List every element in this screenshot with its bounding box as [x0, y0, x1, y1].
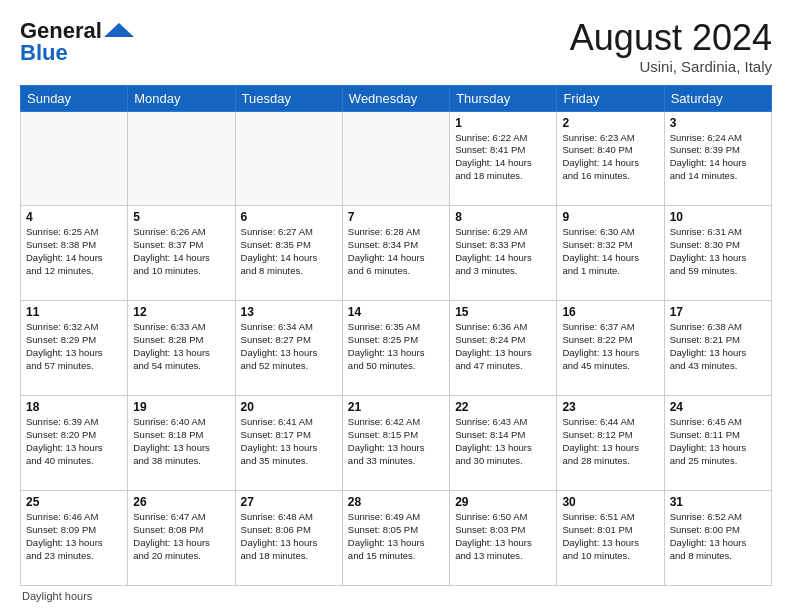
calendar-cell: 14Sunrise: 6:35 AM Sunset: 8:25 PM Dayli…	[342, 301, 449, 396]
month-year: August 2024	[570, 18, 772, 58]
calendar-cell: 24Sunrise: 6:45 AM Sunset: 8:11 PM Dayli…	[664, 396, 771, 491]
cell-sunrise-info: Sunrise: 6:22 AM Sunset: 8:41 PM Dayligh…	[455, 132, 551, 183]
calendar-cell: 22Sunrise: 6:43 AM Sunset: 8:14 PM Dayli…	[450, 396, 557, 491]
day-number: 4	[26, 210, 122, 224]
cell-sunrise-info: Sunrise: 6:32 AM Sunset: 8:29 PM Dayligh…	[26, 321, 122, 372]
calendar-cell: 10Sunrise: 6:31 AM Sunset: 8:30 PM Dayli…	[664, 206, 771, 301]
day-number: 25	[26, 495, 122, 509]
day-number: 19	[133, 400, 229, 414]
cell-sunrise-info: Sunrise: 6:28 AM Sunset: 8:34 PM Dayligh…	[348, 226, 444, 277]
cell-sunrise-info: Sunrise: 6:46 AM Sunset: 8:09 PM Dayligh…	[26, 511, 122, 562]
day-number: 9	[562, 210, 658, 224]
cell-sunrise-info: Sunrise: 6:23 AM Sunset: 8:40 PM Dayligh…	[562, 132, 658, 183]
cell-sunrise-info: Sunrise: 6:33 AM Sunset: 8:28 PM Dayligh…	[133, 321, 229, 372]
calendar-cell: 23Sunrise: 6:44 AM Sunset: 8:12 PM Dayli…	[557, 396, 664, 491]
calendar-cell: 27Sunrise: 6:48 AM Sunset: 8:06 PM Dayli…	[235, 491, 342, 586]
cell-sunrise-info: Sunrise: 6:24 AM Sunset: 8:39 PM Dayligh…	[670, 132, 766, 183]
cell-sunrise-info: Sunrise: 6:27 AM Sunset: 8:35 PM Dayligh…	[241, 226, 337, 277]
calendar-week-row: 11Sunrise: 6:32 AM Sunset: 8:29 PM Dayli…	[21, 301, 772, 396]
logo-icon	[104, 23, 134, 37]
day-number: 14	[348, 305, 444, 319]
day-number: 26	[133, 495, 229, 509]
calendar-cell: 16Sunrise: 6:37 AM Sunset: 8:22 PM Dayli…	[557, 301, 664, 396]
day-number: 17	[670, 305, 766, 319]
day-number: 23	[562, 400, 658, 414]
cell-sunrise-info: Sunrise: 6:39 AM Sunset: 8:20 PM Dayligh…	[26, 416, 122, 467]
title-block: August 2024 Usini, Sardinia, Italy	[570, 18, 772, 75]
calendar-day-header: Tuesday	[235, 85, 342, 111]
calendar-cell: 17Sunrise: 6:38 AM Sunset: 8:21 PM Dayli…	[664, 301, 771, 396]
cell-sunrise-info: Sunrise: 6:49 AM Sunset: 8:05 PM Dayligh…	[348, 511, 444, 562]
calendar-cell: 21Sunrise: 6:42 AM Sunset: 8:15 PM Dayli…	[342, 396, 449, 491]
cell-sunrise-info: Sunrise: 6:38 AM Sunset: 8:21 PM Dayligh…	[670, 321, 766, 372]
cell-sunrise-info: Sunrise: 6:35 AM Sunset: 8:25 PM Dayligh…	[348, 321, 444, 372]
calendar-cell: 26Sunrise: 6:47 AM Sunset: 8:08 PM Dayli…	[128, 491, 235, 586]
calendar-week-row: 4Sunrise: 6:25 AM Sunset: 8:38 PM Daylig…	[21, 206, 772, 301]
day-number: 15	[455, 305, 551, 319]
svg-marker-0	[104, 23, 134, 37]
cell-sunrise-info: Sunrise: 6:30 AM Sunset: 8:32 PM Dayligh…	[562, 226, 658, 277]
calendar-day-header: Friday	[557, 85, 664, 111]
day-number: 7	[348, 210, 444, 224]
logo-blue: Blue	[20, 40, 68, 66]
day-number: 30	[562, 495, 658, 509]
day-number: 12	[133, 305, 229, 319]
calendar-cell: 30Sunrise: 6:51 AM Sunset: 8:01 PM Dayli…	[557, 491, 664, 586]
cell-sunrise-info: Sunrise: 6:47 AM Sunset: 8:08 PM Dayligh…	[133, 511, 229, 562]
day-number: 6	[241, 210, 337, 224]
cell-sunrise-info: Sunrise: 6:34 AM Sunset: 8:27 PM Dayligh…	[241, 321, 337, 372]
day-number: 20	[241, 400, 337, 414]
calendar-day-header: Wednesday	[342, 85, 449, 111]
calendar-day-header: Monday	[128, 85, 235, 111]
day-number: 5	[133, 210, 229, 224]
day-number: 29	[455, 495, 551, 509]
cell-sunrise-info: Sunrise: 6:45 AM Sunset: 8:11 PM Dayligh…	[670, 416, 766, 467]
calendar-cell: 7Sunrise: 6:28 AM Sunset: 8:34 PM Daylig…	[342, 206, 449, 301]
cell-sunrise-info: Sunrise: 6:48 AM Sunset: 8:06 PM Dayligh…	[241, 511, 337, 562]
day-number: 27	[241, 495, 337, 509]
header: General Blue August 2024 Usini, Sardinia…	[20, 18, 772, 75]
calendar-cell: 15Sunrise: 6:36 AM Sunset: 8:24 PM Dayli…	[450, 301, 557, 396]
cell-sunrise-info: Sunrise: 6:37 AM Sunset: 8:22 PM Dayligh…	[562, 321, 658, 372]
calendar-cell: 11Sunrise: 6:32 AM Sunset: 8:29 PM Dayli…	[21, 301, 128, 396]
calendar-cell: 4Sunrise: 6:25 AM Sunset: 8:38 PM Daylig…	[21, 206, 128, 301]
footer-note: Daylight hours	[20, 590, 772, 602]
day-number: 21	[348, 400, 444, 414]
day-number: 13	[241, 305, 337, 319]
calendar-cell: 20Sunrise: 6:41 AM Sunset: 8:17 PM Dayli…	[235, 396, 342, 491]
cell-sunrise-info: Sunrise: 6:43 AM Sunset: 8:14 PM Dayligh…	[455, 416, 551, 467]
day-number: 3	[670, 116, 766, 130]
day-number: 22	[455, 400, 551, 414]
calendar-cell	[235, 111, 342, 206]
calendar-header-row: SundayMondayTuesdayWednesdayThursdayFrid…	[21, 85, 772, 111]
calendar-cell: 18Sunrise: 6:39 AM Sunset: 8:20 PM Dayli…	[21, 396, 128, 491]
calendar-cell: 12Sunrise: 6:33 AM Sunset: 8:28 PM Dayli…	[128, 301, 235, 396]
cell-sunrise-info: Sunrise: 6:51 AM Sunset: 8:01 PM Dayligh…	[562, 511, 658, 562]
cell-sunrise-info: Sunrise: 6:40 AM Sunset: 8:18 PM Dayligh…	[133, 416, 229, 467]
calendar-table: SundayMondayTuesdayWednesdayThursdayFrid…	[20, 85, 772, 586]
calendar-cell: 2Sunrise: 6:23 AM Sunset: 8:40 PM Daylig…	[557, 111, 664, 206]
day-number: 28	[348, 495, 444, 509]
cell-sunrise-info: Sunrise: 6:44 AM Sunset: 8:12 PM Dayligh…	[562, 416, 658, 467]
calendar-cell: 9Sunrise: 6:30 AM Sunset: 8:32 PM Daylig…	[557, 206, 664, 301]
cell-sunrise-info: Sunrise: 6:25 AM Sunset: 8:38 PM Dayligh…	[26, 226, 122, 277]
calendar-day-header: Saturday	[664, 85, 771, 111]
cell-sunrise-info: Sunrise: 6:50 AM Sunset: 8:03 PM Dayligh…	[455, 511, 551, 562]
calendar-cell: 29Sunrise: 6:50 AM Sunset: 8:03 PM Dayli…	[450, 491, 557, 586]
day-number: 11	[26, 305, 122, 319]
calendar-cell: 6Sunrise: 6:27 AM Sunset: 8:35 PM Daylig…	[235, 206, 342, 301]
day-number: 16	[562, 305, 658, 319]
location: Usini, Sardinia, Italy	[570, 58, 772, 75]
calendar-cell: 19Sunrise: 6:40 AM Sunset: 8:18 PM Dayli…	[128, 396, 235, 491]
logo: General Blue	[20, 18, 134, 66]
day-number: 10	[670, 210, 766, 224]
calendar-day-header: Thursday	[450, 85, 557, 111]
page: General Blue August 2024 Usini, Sardinia…	[0, 0, 792, 612]
calendar-cell	[342, 111, 449, 206]
cell-sunrise-info: Sunrise: 6:31 AM Sunset: 8:30 PM Dayligh…	[670, 226, 766, 277]
cell-sunrise-info: Sunrise: 6:52 AM Sunset: 8:00 PM Dayligh…	[670, 511, 766, 562]
calendar-cell: 3Sunrise: 6:24 AM Sunset: 8:39 PM Daylig…	[664, 111, 771, 206]
calendar-day-header: Sunday	[21, 85, 128, 111]
calendar-cell: 8Sunrise: 6:29 AM Sunset: 8:33 PM Daylig…	[450, 206, 557, 301]
day-number: 24	[670, 400, 766, 414]
